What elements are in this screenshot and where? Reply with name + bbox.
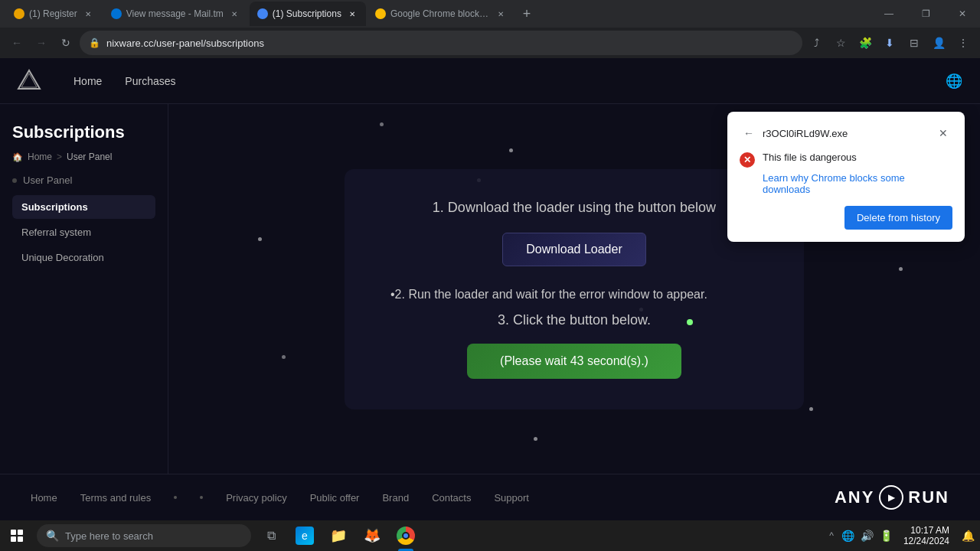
footer-contacts[interactable]: Contacts <box>432 492 471 504</box>
popup-actions: Delete from history <box>740 206 952 230</box>
anyrun-play-icon: ▶ <box>879 485 903 510</box>
notification-icon[interactable]: 🔔 <box>956 520 980 551</box>
share-icon[interactable]: ⤴ <box>805 32 827 54</box>
nav-home[interactable]: Home <box>74 75 102 87</box>
nav-links: Home Purchases <box>74 75 176 87</box>
bookmark-icon[interactable]: ☆ <box>830 32 851 54</box>
notification-bell-icon: 🔔 <box>962 530 975 542</box>
sound-icon[interactable]: 🔊 <box>859 530 875 542</box>
sidebar-section-title: User Panel <box>12 174 155 186</box>
taskbar-search[interactable]: 🔍 Type here to search <box>37 524 251 547</box>
profile-icon[interactable]: 👤 <box>928 32 949 54</box>
sidebar-decoration-label: Unique Decoration <box>21 252 104 263</box>
wait-button[interactable]: (Please wait 43 second(s).) <box>467 344 681 379</box>
delete-from-history-button[interactable]: Delete from history <box>844 206 952 230</box>
popup-back-icon[interactable]: ← <box>740 124 758 142</box>
window-close-button[interactable]: ✕ <box>945 0 980 28</box>
particle-11 <box>534 437 537 441</box>
taskbar-search-placeholder: Type here to search <box>65 530 153 542</box>
warning-link[interactable]: Learn why Chrome blocks some downloads <box>763 172 952 195</box>
search-icon-taskbar: 🔍 <box>46 530 59 542</box>
edge-icon: e <box>296 527 314 545</box>
footer-privacy[interactable]: Privacy policy <box>226 492 286 504</box>
extensions-icon[interactable]: 🧩 <box>854 32 876 54</box>
chrome-taskbar-button[interactable] <box>389 520 423 551</box>
refresh-button[interactable]: ↻ <box>55 32 77 54</box>
footer-brand[interactable]: Brand <box>382 492 409 504</box>
firefox-taskbar-button[interactable]: 🦊 <box>355 520 389 551</box>
sidebar-item-subscriptions[interactable]: Subscriptions <box>12 195 155 219</box>
breadcrumb-current: User Panel <box>67 152 112 162</box>
particle-8 <box>282 355 286 359</box>
menu-icon[interactable]: ⋮ <box>952 32 974 54</box>
warning-icon: ✕ <box>740 152 755 168</box>
tab-register-favicon <box>14 8 24 19</box>
popup-warning-row: ✕ This file is dangerous <box>740 152 952 168</box>
footer-support[interactable]: Support <box>494 492 529 504</box>
warning-text: This file is dangerous <box>763 152 857 163</box>
particle-1 <box>509 148 513 152</box>
footer-terms[interactable]: Terms and rules <box>80 492 151 504</box>
sidebar-title-label: User Panel <box>23 174 72 186</box>
download-icon[interactable]: ⬇ <box>879 32 900 54</box>
file-explorer-taskbar-button[interactable]: 📁 <box>322 520 355 551</box>
url-bar[interactable]: 🔒 nixware.cc/user-panel/subscriptions <box>80 31 802 55</box>
popup-header: ← r3OCl0iRLd9W.exe ✕ <box>740 124 952 142</box>
window-maximize-button[interactable]: ❐ <box>908 0 943 28</box>
time-display: 10:17 AM <box>910 525 949 536</box>
sys-tray-arrow[interactable]: ^ <box>826 530 837 541</box>
breadcrumb-separator: > <box>57 152 62 162</box>
footer-dot2 <box>200 496 203 499</box>
particle-9 <box>809 407 813 411</box>
sidebar-subscriptions-label: Subscriptions <box>21 201 88 213</box>
tab-chrome-label: Google Chrome blocks some do... <box>390 8 490 19</box>
split-screen-icon[interactable]: ⊟ <box>903 32 925 54</box>
system-tray: ^ 🌐 🔊 🔋 <box>826 530 897 542</box>
particle-2 <box>380 122 384 126</box>
tab-register-label: (1) Register <box>29 8 77 19</box>
sidebar-section: User Panel Subscriptions Referral system… <box>0 174 168 269</box>
popup-close-button[interactable]: ✕ <box>934 124 952 142</box>
browser-chrome: (1) Register ✕ View message - Mail.tm ✕ … <box>0 0 980 551</box>
tab-subscriptions-close[interactable]: ✕ <box>346 8 358 20</box>
tab-register[interactable]: (1) Register ✕ <box>6 2 102 26</box>
back-button[interactable]: ← <box>6 32 28 54</box>
tab-chrome-warning[interactable]: Google Chrome blocks some do... ✕ <box>368 2 514 26</box>
network-icon[interactable]: 🌐 <box>840 530 856 542</box>
subscriptions-page-title: Subscriptions <box>0 116 168 152</box>
tab-mail-label: View message - Mail.tm <box>126 8 224 19</box>
edge-taskbar-button[interactable]: e <box>288 520 322 551</box>
start-button[interactable] <box>0 520 34 551</box>
site-logo[interactable] <box>15 67 43 95</box>
site-footer: Home Terms and rules Privacy policy Publ… <box>0 474 980 520</box>
nav-globe-icon[interactable]: 🌐 <box>943 70 965 92</box>
download-popup: ← r3OCl0iRLd9W.exe ✕ ✕ This file is dang… <box>727 112 965 242</box>
sidebar-item-decoration[interactable]: Unique Decoration <box>12 246 155 269</box>
step3-text: 3. Click the button below. <box>390 312 758 328</box>
footer-home[interactable]: Home <box>31 492 57 504</box>
breadcrumb-home[interactable]: Home <box>28 152 52 162</box>
start-icon <box>11 530 23 542</box>
home-breadcrumb-icon: 🏠 <box>12 152 23 162</box>
sidebar-referral-label: Referral system <box>21 227 91 238</box>
anyrun-text: ANY <box>835 487 874 507</box>
particle-6 <box>899 267 903 271</box>
window-minimize-button[interactable]: — <box>871 0 906 28</box>
breadcrumb: 🏠 Home > User Panel <box>0 152 168 174</box>
tab-mail[interactable]: View message - Mail.tm ✕ <box>103 2 248 26</box>
tab-subscriptions[interactable]: (1) Subscriptions ✕ <box>250 2 366 26</box>
nav-purchases[interactable]: Purchases <box>125 75 175 87</box>
new-tab-button[interactable]: + <box>516 3 537 24</box>
tab-mail-close[interactable]: ✕ <box>228 8 240 20</box>
anyrun-run-text: RUN <box>908 487 949 507</box>
battery-icon[interactable]: 🔋 <box>878 530 894 542</box>
tab-chrome-close[interactable]: ✕ <box>495 8 507 20</box>
task-view-button[interactable]: ⧉ <box>254 520 288 551</box>
download-loader-button[interactable]: Download Loader <box>502 233 645 266</box>
sidebar-item-referral[interactable]: Referral system <box>12 220 155 244</box>
footer-offer[interactable]: Public offer <box>310 492 360 504</box>
sidebar: Subscriptions 🏠 Home > User Panel User P… <box>0 104 168 474</box>
tab-register-close[interactable]: ✕ <box>82 8 94 20</box>
clock-area[interactable]: 10:17 AM 12/24/2024 <box>897 525 956 546</box>
forward-button[interactable]: → <box>31 32 52 54</box>
